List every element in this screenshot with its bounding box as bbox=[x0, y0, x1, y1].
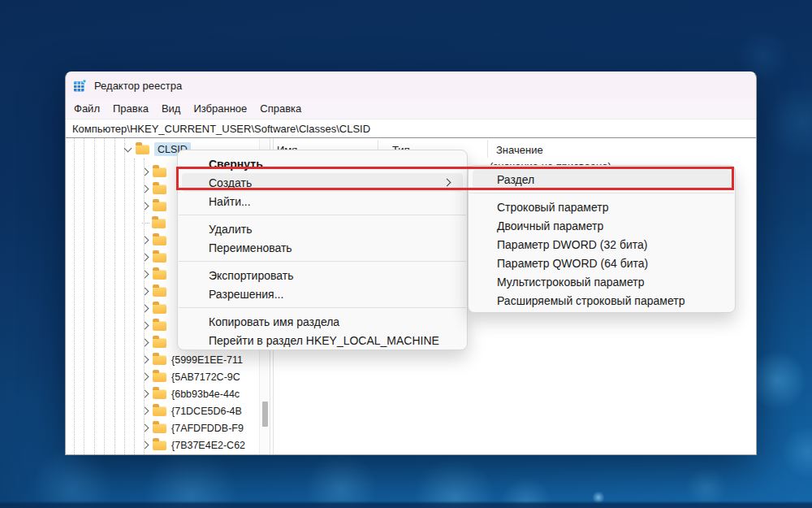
folder-icon bbox=[153, 167, 166, 177]
chevron-right-icon[interactable] bbox=[141, 202, 149, 211]
tree-item[interactable]: {5999E1EE-711 bbox=[142, 351, 243, 368]
window-title: Редактор реестра bbox=[94, 80, 182, 92]
chevron-right-icon[interactable] bbox=[141, 185, 149, 193]
tree-item[interactable]: {71DCE5D6-4B bbox=[142, 402, 242, 419]
folder-icon bbox=[153, 338, 166, 348]
address-text: Компьютер\HKEY_CURRENT_USER\Software\Cla… bbox=[72, 123, 370, 135]
tree-item[interactable] bbox=[142, 300, 171, 317]
menu-separator bbox=[179, 215, 466, 215]
context-menu-item-label: Создать bbox=[209, 176, 252, 189]
context-menu-item-label: Свернуть bbox=[209, 158, 263, 171]
folder-icon bbox=[153, 185, 166, 194]
menubar-item[interactable]: Файл bbox=[67, 102, 106, 115]
chevron-right-icon[interactable] bbox=[141, 237, 149, 245]
submenu-item-label: Параметр QWORD (64 бита) bbox=[497, 257, 648, 270]
tree-item[interactable]: {7B37E4E2-C62 bbox=[142, 436, 245, 454]
chevron-right-icon[interactable] bbox=[141, 254, 149, 262]
folder-icon bbox=[152, 219, 166, 228]
chevron-right-icon[interactable] bbox=[141, 305, 149, 313]
folder-icon bbox=[153, 441, 166, 450]
tree-item-label: {5999E1EE-711 bbox=[171, 354, 243, 366]
title-bar[interactable]: Редактор реестра bbox=[66, 72, 756, 98]
chevron-down-icon[interactable] bbox=[124, 145, 132, 153]
submenu-item[interactable]: Строковый параметр bbox=[469, 198, 735, 216]
submenu-item[interactable]: Параметр QWORD (64 бита) bbox=[469, 254, 735, 272]
context-menu-item-label: Разрешения... bbox=[209, 288, 283, 301]
folder-icon bbox=[153, 287, 166, 297]
menu-separator bbox=[469, 193, 734, 193]
submenu-item[interactable]: Двоичный параметр bbox=[469, 216, 735, 235]
registry-editor-window: Редактор реестра ФайлПравкаВидИзбранноеС… bbox=[65, 72, 757, 455]
scrollbar-thumb[interactable] bbox=[262, 402, 268, 427]
context-menu-item[interactable]: Удалить bbox=[178, 219, 467, 238]
folder-icon bbox=[153, 321, 166, 331]
chevron-right-icon[interactable] bbox=[141, 407, 149, 415]
registry-grid-icon bbox=[73, 79, 87, 93]
tree-item-label: {7AFDFDDB-F9 bbox=[171, 423, 244, 434]
create-submenu: РазделСтроковый параметрДвоичный парамет… bbox=[468, 165, 736, 313]
chevron-right-icon[interactable] bbox=[141, 271, 149, 279]
tree-guide-line bbox=[94, 138, 95, 454]
chevron-right-icon[interactable] bbox=[141, 441, 149, 449]
tree-item-label: {71DCE5D6-4B bbox=[171, 406, 242, 417]
submenu-item[interactable]: Раздел bbox=[473, 170, 731, 189]
chevron-right-icon[interactable] bbox=[141, 356, 149, 364]
tree-guide-line bbox=[104, 138, 105, 454]
chevron-right-icon[interactable] bbox=[141, 424, 149, 432]
context-menu-item[interactable]: Свернуть bbox=[178, 154, 467, 173]
tree-item[interactable] bbox=[142, 334, 171, 351]
tree-item[interactable]: {5AB7172C-9C bbox=[142, 368, 240, 385]
context-menu-item[interactable]: Найти... bbox=[178, 192, 467, 211]
tree-item[interactable]: {89172dde-4e bbox=[142, 454, 235, 454]
tree-item[interactable]: {6bb93b4e-44c bbox=[142, 385, 240, 402]
column-header-value[interactable]: Значение bbox=[496, 144, 543, 156]
tree-item[interactable] bbox=[142, 317, 171, 334]
menubar-item[interactable]: Правка bbox=[106, 102, 155, 115]
tree-item[interactable] bbox=[142, 198, 171, 215]
submenu-item[interactable]: Мультистроковый параметр bbox=[469, 272, 735, 291]
menubar-item[interactable]: Справка bbox=[253, 102, 308, 115]
tree-item[interactable] bbox=[142, 249, 171, 266]
submenu-item-label: Раздел bbox=[497, 173, 534, 186]
context-menu-item-label: Копировать имя раздела bbox=[209, 315, 339, 328]
context-menu-item[interactable]: Создать bbox=[182, 173, 463, 192]
folder-icon bbox=[153, 355, 166, 365]
chevron-right-icon[interactable] bbox=[141, 390, 149, 398]
context-menu-item[interactable]: Копировать имя раздела bbox=[178, 312, 467, 331]
chevron-right-icon[interactable] bbox=[141, 288, 149, 296]
submenu-item-label: Параметр DWORD (32 бита) bbox=[497, 238, 647, 251]
tree-item[interactable] bbox=[142, 163, 171, 180]
tree-item[interactable] bbox=[142, 215, 171, 232]
chevron-right-icon[interactable] bbox=[141, 373, 149, 381]
tree-item[interactable] bbox=[142, 266, 171, 283]
menubar-item[interactable]: Избранное bbox=[187, 102, 253, 115]
tree-item-label: {7B37E4E2-C62 bbox=[171, 440, 245, 451]
folder-icon bbox=[153, 389, 166, 399]
menubar-item[interactable]: Вид bbox=[155, 102, 188, 115]
chevron-right-icon bbox=[443, 179, 451, 187]
context-menu-item[interactable]: Перейти в раздел HKEY_LOCAL_MACHINE bbox=[178, 331, 467, 350]
tree-item[interactable]: {7AFDFDDB-F9 bbox=[142, 419, 244, 436]
submenu-item[interactable]: Параметр DWORD (32 бита) bbox=[469, 235, 735, 254]
folder-icon bbox=[153, 270, 166, 280]
column-separator[interactable] bbox=[487, 140, 488, 158]
chevron-right-icon[interactable] bbox=[141, 322, 149, 330]
address-bar[interactable]: Компьютер\HKEY_CURRENT_USER\Software\Cla… bbox=[66, 119, 756, 138]
chevron-right-icon[interactable] bbox=[141, 168, 149, 176]
tree-guide-line bbox=[124, 138, 125, 454]
tree-item[interactable] bbox=[142, 232, 171, 249]
context-menu: СвернутьСоздатьНайти...УдалитьПереименов… bbox=[177, 150, 468, 350]
context-menu-item[interactable]: Экспортировать bbox=[178, 266, 467, 284]
context-menu-item[interactable]: Переименовать bbox=[178, 238, 467, 257]
context-menu-item-label: Найти... bbox=[209, 195, 251, 208]
folder-icon bbox=[136, 145, 149, 154]
chevron-right-icon[interactable] bbox=[141, 339, 149, 347]
submenu-item[interactable]: Расширяемый строковый параметр bbox=[469, 291, 735, 310]
context-menu-item[interactable]: Разрешения... bbox=[178, 284, 467, 303]
folder-icon bbox=[153, 236, 166, 245]
context-menu-item-label: Экспортировать bbox=[209, 269, 293, 282]
folder-icon bbox=[153, 304, 166, 314]
folder-icon bbox=[153, 253, 166, 263]
tree-item[interactable] bbox=[142, 180, 171, 198]
tree-item[interactable] bbox=[142, 283, 171, 300]
